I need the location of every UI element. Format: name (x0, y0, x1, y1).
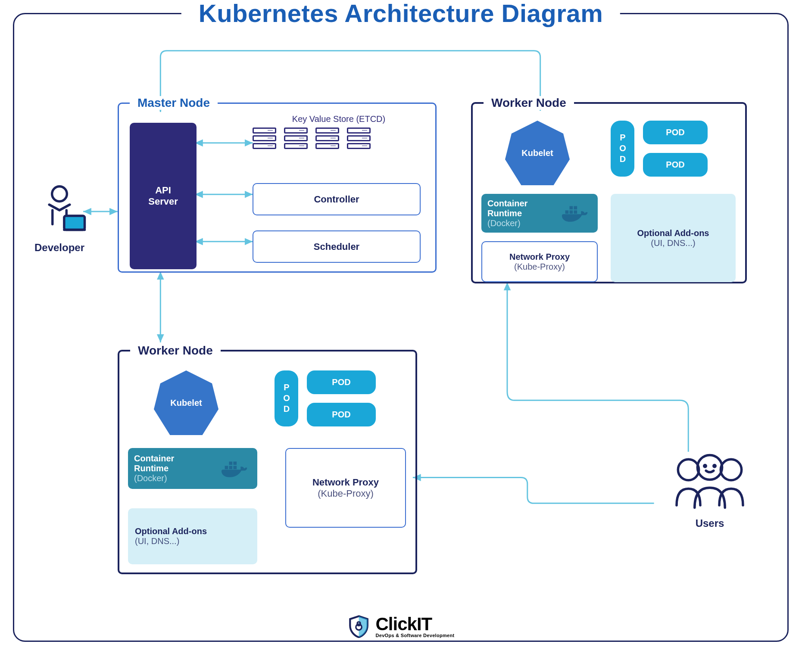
svg-rect-10 (570, 206, 573, 210)
etcd-server-icon (347, 128, 371, 151)
kubelet-heptagon: Kubelet (154, 370, 218, 435)
svg-point-0 (52, 187, 67, 202)
page-title: Kubernetes Architecture Diagram (181, 0, 620, 28)
etcd-label: Key Value Store (ETCD) (253, 114, 425, 124)
svg-rect-15 (229, 461, 233, 465)
api-server-box: API Server (130, 123, 197, 269)
container-runtime-box: Container Runtime (Docker) (481, 194, 598, 233)
svg-rect-9 (574, 210, 577, 214)
users-icon (662, 449, 757, 514)
brand-shield-icon (347, 615, 371, 638)
master-node-title: Master Node (130, 96, 218, 110)
svg-rect-13 (229, 466, 233, 469)
svg-rect-1 (64, 216, 85, 230)
worker-node-title: Worker Node (484, 96, 574, 110)
pod-box: POD (643, 153, 708, 177)
pod-vertical: POD (275, 370, 298, 426)
svg-point-3 (721, 459, 741, 480)
addons-sub: (UI, DNS...) (651, 238, 695, 248)
users-label: Users (658, 517, 761, 529)
svg-rect-8 (570, 210, 573, 214)
network-proxy-box: Network Proxy (Kube-Proxy) (481, 241, 598, 282)
developer-icon (31, 182, 87, 238)
worker-node-right: Worker Node Kubelet Container Runtime (D… (471, 96, 747, 283)
pod-box: POD (307, 370, 376, 394)
network-proxy-box: Network Proxy (Kube-Proxy) (285, 448, 406, 528)
kubelet-label: Kubelet (521, 148, 553, 158)
container-runtime-title: Container Runtime (134, 454, 174, 473)
svg-point-5 (704, 465, 706, 467)
etcd-server-icon (284, 128, 308, 151)
worker-node-title: Worker Node (130, 344, 221, 358)
brand-tagline: DevOps & Software Development (376, 633, 455, 638)
docker-whale-icon (219, 459, 253, 478)
pod-vertical: POD (611, 121, 634, 177)
controller-box: Controller (253, 183, 421, 215)
addons-title: Optional Add-ons (135, 526, 207, 536)
kubelet-heptagon: Kubelet (505, 121, 570, 185)
master-node: Master Node API Server Key Value Store (… (118, 96, 437, 273)
svg-rect-12 (225, 466, 228, 469)
svg-rect-11 (574, 206, 577, 210)
worker-node-bottom: Worker Node Kubelet POD POD POD Containe… (118, 344, 417, 574)
network-proxy-title: Network Proxy (509, 252, 570, 262)
kubelet-label: Kubelet (170, 398, 202, 408)
developer-label: Developer (25, 242, 94, 254)
addons-sub: (UI, DNS...) (135, 536, 179, 546)
network-proxy-sub: (Kube-Proxy) (514, 262, 565, 272)
etcd-group: Key Value Store (ETCD) (253, 114, 425, 151)
brand-name: ClickIT (376, 615, 455, 633)
users-actor: Users (658, 449, 761, 529)
addons-title: Optional Add-ons (637, 228, 709, 238)
svg-rect-7 (565, 210, 569, 214)
svg-point-6 (714, 465, 715, 467)
etcd-servers (253, 128, 425, 151)
optional-addons-box: Optional Add-ons (UI, DNS...) (611, 194, 736, 282)
svg-rect-14 (233, 466, 237, 469)
scheduler-box: Scheduler (253, 230, 421, 263)
svg-point-2 (678, 459, 699, 480)
docker-whale-icon (560, 204, 593, 223)
container-runtime-title: Container Runtime (487, 199, 527, 218)
svg-point-4 (697, 455, 722, 479)
developer-actor: Developer (25, 182, 94, 254)
brand-logo: ClickIT DevOps & Software Development (347, 615, 455, 638)
pod-box: POD (643, 121, 708, 144)
container-runtime-sub: (Docker) (487, 218, 521, 228)
svg-rect-16 (233, 461, 237, 465)
etcd-server-icon (253, 128, 276, 151)
network-proxy-sub: (Kube-Proxy) (318, 488, 374, 499)
network-proxy-title: Network Proxy (312, 477, 379, 488)
pod-box: POD (307, 403, 376, 426)
etcd-server-icon (315, 128, 339, 151)
container-runtime-sub: (Docker) (134, 473, 167, 483)
diagram-frame: Kubernetes Architecture Diagram (13, 13, 789, 642)
optional-addons-box: Optional Add-ons (UI, DNS...) (128, 508, 257, 564)
container-runtime-box: Container Runtime (Docker) (128, 448, 257, 489)
